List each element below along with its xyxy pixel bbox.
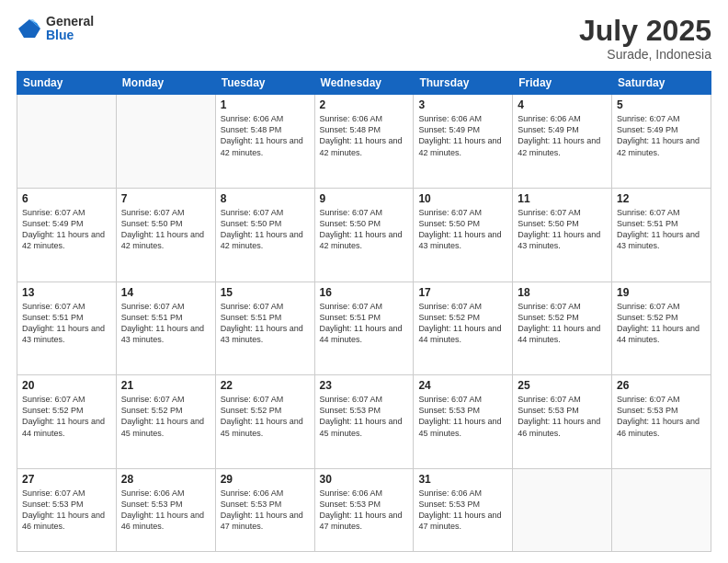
day-number: 13 <box>22 286 111 299</box>
day-info: Sunrise: 6:07 AM Sunset: 5:50 PM Dayligh… <box>518 207 607 252</box>
day-cell: 15Sunrise: 6:07 AM Sunset: 5:51 PM Dayli… <box>215 282 314 375</box>
day-info: Sunrise: 6:06 AM Sunset: 5:48 PM Dayligh… <box>221 113 310 158</box>
logo-general: General <box>46 15 94 29</box>
day-info: Sunrise: 6:06 AM Sunset: 5:53 PM Dayligh… <box>221 488 310 533</box>
logo-blue: Blue <box>46 29 94 42</box>
header: General Blue July 2025 Surade, Indonesia <box>17 15 711 62</box>
page: General Blue July 2025 Surade, Indonesia… <box>0 0 728 563</box>
day-number: 6 <box>22 192 111 205</box>
day-number: 3 <box>418 98 507 111</box>
day-cell: 16Sunrise: 6:07 AM Sunset: 5:51 PM Dayli… <box>314 282 414 375</box>
day-info: Sunrise: 6:07 AM Sunset: 5:50 PM Dayligh… <box>221 207 310 252</box>
day-cell: 8Sunrise: 6:07 AM Sunset: 5:50 PM Daylig… <box>215 188 314 282</box>
day-cell: 14Sunrise: 6:07 AM Sunset: 5:51 PM Dayli… <box>116 282 215 375</box>
svg-marker-0 <box>18 19 40 38</box>
day-info: Sunrise: 6:07 AM Sunset: 5:53 PM Dayligh… <box>320 394 409 439</box>
day-info: Sunrise: 6:06 AM Sunset: 5:48 PM Dayligh… <box>320 113 409 158</box>
day-number: 18 <box>518 286 607 299</box>
day-info: Sunrise: 6:07 AM Sunset: 5:52 PM Dayligh… <box>617 301 706 346</box>
day-number: 10 <box>418 192 507 205</box>
day-number: 4 <box>518 98 607 111</box>
day-number: 12 <box>617 192 706 205</box>
day-number: 25 <box>518 379 607 392</box>
day-number: 2 <box>320 98 409 111</box>
week-row-4: 20Sunrise: 6:07 AM Sunset: 5:52 PM Dayli… <box>17 375 711 469</box>
day-info: Sunrise: 6:06 AM Sunset: 5:49 PM Dayligh… <box>418 113 507 158</box>
day-info: Sunrise: 6:07 AM Sunset: 5:50 PM Dayligh… <box>320 207 409 252</box>
day-info: Sunrise: 6:06 AM Sunset: 5:53 PM Dayligh… <box>418 488 507 533</box>
weekday-header-row: SundayMondayTuesdayWednesdayThursdayFrid… <box>17 72 711 95</box>
logo: General Blue <box>17 15 94 43</box>
day-info: Sunrise: 6:07 AM Sunset: 5:52 PM Dayligh… <box>221 394 310 439</box>
weekday-header-saturday: Saturday <box>612 72 711 95</box>
day-cell: 20Sunrise: 6:07 AM Sunset: 5:52 PM Dayli… <box>17 375 117 469</box>
day-info: Sunrise: 6:07 AM Sunset: 5:51 PM Dayligh… <box>221 301 310 346</box>
day-info: Sunrise: 6:07 AM Sunset: 5:53 PM Dayligh… <box>518 394 607 439</box>
day-cell: 21Sunrise: 6:07 AM Sunset: 5:52 PM Dayli… <box>116 375 215 469</box>
day-number: 5 <box>617 98 706 111</box>
day-cell: 22Sunrise: 6:07 AM Sunset: 5:52 PM Dayli… <box>215 375 314 469</box>
day-cell: 9Sunrise: 6:07 AM Sunset: 5:50 PM Daylig… <box>314 188 414 282</box>
day-cell: 11Sunrise: 6:07 AM Sunset: 5:50 PM Dayli… <box>513 188 612 282</box>
day-cell: 26Sunrise: 6:07 AM Sunset: 5:53 PM Dayli… <box>612 375 711 469</box>
day-cell: 1Sunrise: 6:06 AM Sunset: 5:48 PM Daylig… <box>215 95 314 189</box>
day-cell: 24Sunrise: 6:07 AM Sunset: 5:53 PM Dayli… <box>414 375 513 469</box>
day-number: 20 <box>22 379 111 392</box>
day-number: 19 <box>617 286 706 299</box>
calendar-body: 1Sunrise: 6:06 AM Sunset: 5:48 PM Daylig… <box>17 95 711 552</box>
day-cell: 12Sunrise: 6:07 AM Sunset: 5:51 PM Dayli… <box>612 188 711 282</box>
day-info: Sunrise: 6:07 AM Sunset: 5:50 PM Dayligh… <box>121 207 210 252</box>
day-number: 30 <box>320 473 409 486</box>
day-number: 26 <box>617 379 706 392</box>
day-cell <box>513 468 612 551</box>
day-cell: 6Sunrise: 6:07 AM Sunset: 5:49 PM Daylig… <box>17 188 117 282</box>
day-info: Sunrise: 6:06 AM Sunset: 5:53 PM Dayligh… <box>121 488 210 533</box>
day-info: Sunrise: 6:07 AM Sunset: 5:52 PM Dayligh… <box>22 394 111 439</box>
day-info: Sunrise: 6:07 AM Sunset: 5:53 PM Dayligh… <box>418 394 507 439</box>
day-number: 17 <box>418 286 507 299</box>
weekday-header-friday: Friday <box>513 72 612 95</box>
day-cell: 23Sunrise: 6:07 AM Sunset: 5:53 PM Dayli… <box>314 375 414 469</box>
day-cell: 30Sunrise: 6:06 AM Sunset: 5:53 PM Dayli… <box>314 468 414 551</box>
day-info: Sunrise: 6:07 AM Sunset: 5:51 PM Dayligh… <box>320 301 409 346</box>
day-number: 1 <box>221 98 310 111</box>
day-info: Sunrise: 6:07 AM Sunset: 5:49 PM Dayligh… <box>617 113 706 158</box>
day-cell <box>17 95 117 189</box>
day-number: 7 <box>121 192 210 205</box>
day-cell: 18Sunrise: 6:07 AM Sunset: 5:52 PM Dayli… <box>513 282 612 375</box>
location-subtitle: Surade, Indonesia <box>579 47 711 62</box>
day-info: Sunrise: 6:07 AM Sunset: 5:53 PM Dayligh… <box>22 488 111 533</box>
day-cell: 13Sunrise: 6:07 AM Sunset: 5:51 PM Dayli… <box>17 282 117 375</box>
day-number: 21 <box>121 379 210 392</box>
day-number: 23 <box>320 379 409 392</box>
day-info: Sunrise: 6:07 AM Sunset: 5:52 PM Dayligh… <box>418 301 507 346</box>
day-info: Sunrise: 6:07 AM Sunset: 5:53 PM Dayligh… <box>617 394 706 439</box>
day-cell: 25Sunrise: 6:07 AM Sunset: 5:53 PM Dayli… <box>513 375 612 469</box>
day-number: 28 <box>121 473 210 486</box>
day-cell: 31Sunrise: 6:06 AM Sunset: 5:53 PM Dayli… <box>414 468 513 551</box>
weekday-header-wednesday: Wednesday <box>314 72 414 95</box>
day-info: Sunrise: 6:07 AM Sunset: 5:51 PM Dayligh… <box>22 301 111 346</box>
day-cell <box>612 468 711 551</box>
day-info: Sunrise: 6:07 AM Sunset: 5:52 PM Dayligh… <box>518 301 607 346</box>
day-cell <box>116 95 215 189</box>
day-info: Sunrise: 6:07 AM Sunset: 5:49 PM Dayligh… <box>22 207 111 252</box>
day-number: 15 <box>221 286 310 299</box>
week-row-1: 1Sunrise: 6:06 AM Sunset: 5:48 PM Daylig… <box>17 95 711 189</box>
day-cell: 19Sunrise: 6:07 AM Sunset: 5:52 PM Dayli… <box>612 282 711 375</box>
calendar-table: SundayMondayTuesdayWednesdayThursdayFrid… <box>17 71 711 552</box>
day-info: Sunrise: 6:07 AM Sunset: 5:52 PM Dayligh… <box>121 394 210 439</box>
day-cell: 3Sunrise: 6:06 AM Sunset: 5:49 PM Daylig… <box>414 95 513 189</box>
weekday-header-tuesday: Tuesday <box>215 72 314 95</box>
day-info: Sunrise: 6:06 AM Sunset: 5:49 PM Dayligh… <box>518 113 607 158</box>
day-cell: 10Sunrise: 6:07 AM Sunset: 5:50 PM Dayli… <box>414 188 513 282</box>
day-number: 22 <box>221 379 310 392</box>
month-title: July 2025 <box>579 15 711 47</box>
day-number: 14 <box>121 286 210 299</box>
day-number: 27 <box>22 473 111 486</box>
week-row-5: 27Sunrise: 6:07 AM Sunset: 5:53 PM Dayli… <box>17 468 711 551</box>
day-number: 24 <box>418 379 507 392</box>
day-cell: 29Sunrise: 6:06 AM Sunset: 5:53 PM Dayli… <box>215 468 314 551</box>
day-number: 11 <box>518 192 607 205</box>
day-number: 16 <box>320 286 409 299</box>
